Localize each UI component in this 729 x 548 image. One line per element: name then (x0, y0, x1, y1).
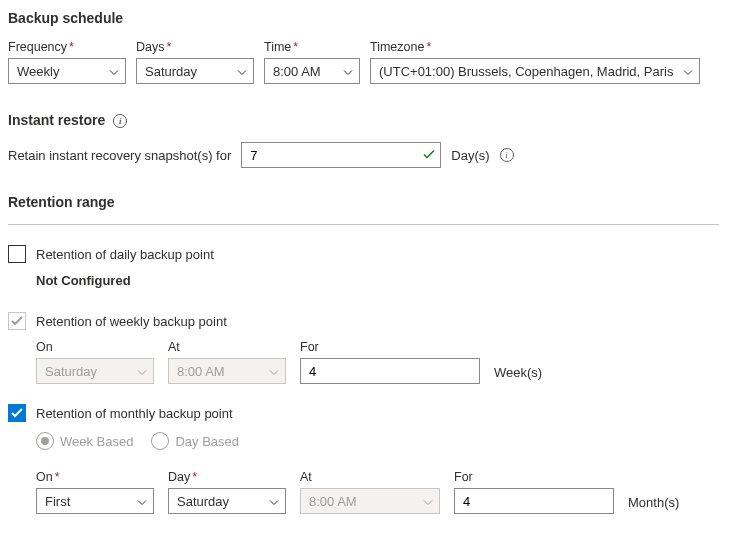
chevron-down-icon (109, 64, 119, 79)
frequency-value: Weekly (17, 64, 59, 79)
days-value: Saturday (145, 64, 197, 79)
time-value: 8:00 AM (273, 64, 321, 79)
days-label: Days* (136, 40, 254, 54)
monthly-for-label: For (454, 470, 614, 484)
weekly-label: Retention of weekly backup point (36, 314, 227, 329)
weekly-sub-row: On Saturday At 8:00 AM For Week(s) (36, 340, 719, 384)
monthly-day-field: Day* Saturday (168, 470, 286, 514)
retain-field (241, 142, 441, 168)
weekly-for-label: For (300, 340, 480, 354)
weekly-for-input[interactable] (300, 358, 480, 384)
weekly-on-select: Saturday (36, 358, 154, 384)
info-icon[interactable]: i (113, 114, 127, 128)
frequency-select[interactable]: Weekly (8, 58, 126, 84)
monthly-check-line: Retention of monthly backup point (8, 404, 719, 422)
timezone-label: Timezone* (370, 40, 700, 54)
weekly-at-label: At (168, 340, 286, 354)
weekly-at-select: 8:00 AM (168, 358, 286, 384)
weekly-at-field: At 8:00 AM (168, 340, 286, 384)
monthly-sub-row: On* First Day* Saturday At 8:00 AM For M… (36, 470, 719, 514)
frequency-field: Frequency* Weekly (8, 40, 126, 84)
monthly-day-label: Day* (168, 470, 286, 484)
weekly-at-value: 8:00 AM (177, 364, 225, 379)
monthly-on-field: On* First (36, 470, 154, 514)
day-based-radio (151, 432, 169, 450)
weekly-on-value: Saturday (45, 364, 97, 379)
days-field: Days* Saturday (136, 40, 254, 84)
monthly-radio-row: Week Based Day Based (36, 432, 719, 450)
daily-checkbox[interactable] (8, 245, 26, 263)
daily-label: Retention of daily backup point (36, 247, 214, 262)
schedule-row: Frequency* Weekly Days* Saturday Time* 8… (8, 40, 719, 84)
divider (8, 224, 719, 225)
chevron-down-icon (269, 494, 279, 509)
weekly-checkbox (8, 312, 26, 330)
backup-schedule-title: Backup schedule (8, 10, 719, 26)
monthly-label: Retention of monthly backup point (36, 406, 233, 421)
info-icon[interactable]: i (500, 148, 514, 162)
retain-unit: Day(s) (451, 148, 489, 163)
retain-input[interactable] (241, 142, 441, 168)
monthly-on-select[interactable]: First (36, 488, 154, 514)
chevron-down-icon (237, 64, 247, 79)
weekly-for-field: For (300, 340, 480, 384)
daily-not-configured: Not Configured (36, 273, 719, 288)
chevron-down-icon (137, 494, 147, 509)
weekly-on-label: On (36, 340, 154, 354)
chevron-down-icon (423, 494, 433, 509)
monthly-checkbox[interactable] (8, 404, 26, 422)
instant-restore-row: Retain instant recovery snapshot(s) for … (8, 142, 719, 168)
day-based-label: Day Based (175, 434, 239, 449)
weekly-unit: Week(s) (494, 365, 542, 384)
weekly-on-field: On Saturday (36, 340, 154, 384)
retain-label: Retain instant recovery snapshot(s) for (8, 148, 231, 163)
week-based-radio (36, 432, 54, 450)
time-field: Time* 8:00 AM (264, 40, 360, 84)
timezone-select[interactable]: (UTC+01:00) Brussels, Copenhagen, Madrid… (370, 58, 700, 84)
monthly-on-value: First (45, 494, 70, 509)
daily-check-line: Retention of daily backup point (8, 245, 719, 263)
timezone-field: Timezone* (UTC+01:00) Brussels, Copenhag… (370, 40, 700, 84)
monthly-at-select: 8:00 AM (300, 488, 440, 514)
week-based-label: Week Based (60, 434, 133, 449)
chevron-down-icon (343, 64, 353, 79)
days-select[interactable]: Saturday (136, 58, 254, 84)
chevron-down-icon (137, 364, 147, 379)
monthly-day-value: Saturday (177, 494, 229, 509)
weekly-check-line: Retention of weekly backup point (8, 312, 719, 330)
monthly-on-label: On* (36, 470, 154, 484)
chevron-down-icon (683, 64, 693, 79)
monthly-for-input[interactable] (454, 488, 614, 514)
monthly-at-field: At 8:00 AM (300, 470, 440, 514)
monthly-for-field: For (454, 470, 614, 514)
time-select[interactable]: 8:00 AM (264, 58, 360, 84)
monthly-at-label: At (300, 470, 440, 484)
monthly-unit: Month(s) (628, 495, 679, 514)
monthly-at-value: 8:00 AM (309, 494, 357, 509)
time-label: Time* (264, 40, 360, 54)
instant-restore-title: Instant restore i (8, 112, 719, 128)
chevron-down-icon (269, 364, 279, 379)
timezone-value: (UTC+01:00) Brussels, Copenhagen, Madrid… (379, 64, 673, 79)
monthly-day-select[interactable]: Saturday (168, 488, 286, 514)
retention-range-title: Retention range (8, 194, 719, 210)
frequency-label: Frequency* (8, 40, 126, 54)
